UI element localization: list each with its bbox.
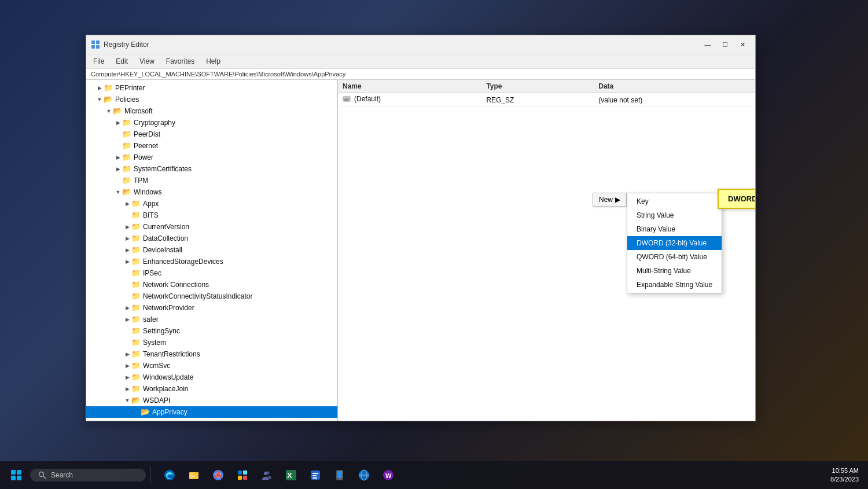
- expand-icon: ▶: [114, 166, 122, 172]
- tree-item-windows[interactable]: ▼ 📂 Windows: [86, 186, 337, 198]
- tree-item-settingsync[interactable]: 📁 SettingSync: [86, 325, 337, 337]
- folder-icon: 📁: [122, 164, 131, 174]
- taskbar-icon-excel[interactable]: X: [279, 464, 303, 487]
- taskbar-icon-todo[interactable]: [304, 464, 327, 487]
- tree-label: safer: [143, 315, 159, 323]
- tree-label: NetworkProvider: [143, 304, 194, 312]
- start-button[interactable]: [5, 464, 28, 487]
- tree-item-system[interactable]: 📁 System: [86, 337, 337, 348]
- taskbar-icon-phone[interactable]: [328, 464, 351, 487]
- folder-icon: 📁: [131, 257, 141, 266]
- tree-item-ipsec[interactable]: 📁 IPSec: [86, 267, 337, 279]
- tree-item-watp[interactable]: ▶ 📁 Windows Advanced Threat Protection: [86, 418, 337, 421]
- svg-rect-21: [243, 470, 247, 475]
- taskbar-icon-teams[interactable]: [255, 464, 278, 487]
- address-bar: Computer\HKEY_LOCAL_MACHINE\SOFTWARE\Pol…: [86, 69, 755, 80]
- context-menu-overlay: New ▶ Key String Value Binary Value DWOR…: [593, 193, 627, 207]
- tree-label: WorkplaceJoin: [143, 385, 188, 393]
- menu-help[interactable]: Help: [201, 56, 225, 67]
- folder-icon: 📁: [131, 315, 141, 324]
- folder-icon: 📁: [122, 141, 131, 150]
- tree-item-systemcerts[interactable]: ▶ 📁 SystemCertificates: [86, 163, 337, 175]
- submenu-string[interactable]: String Value: [627, 208, 722, 222]
- tree-item-peernet[interactable]: 📁 Peernet: [86, 140, 337, 152]
- svg-rect-33: [337, 471, 342, 478]
- clock-date: 8/23/2023: [830, 475, 859, 484]
- svg-rect-29: [312, 473, 318, 474]
- row-data: (value not set): [594, 93, 755, 107]
- tree-item-wcmsvc[interactable]: ▶ 📁 WcmSvc: [86, 360, 337, 372]
- taskbar-icon-browser2[interactable]: [352, 464, 376, 487]
- tree-item-tenantrestrictions[interactable]: ▶ 📁 TenantRestrictions: [86, 348, 337, 360]
- tree-item-microsoft[interactable]: ▼ 📂 Microsoft: [86, 105, 337, 117]
- taskbar-search[interactable]: Search: [30, 469, 146, 481]
- tree-item-power[interactable]: ▶ 📁 Power: [86, 152, 337, 163]
- svg-point-25: [267, 472, 270, 475]
- col-name: Name: [338, 80, 481, 93]
- folder-icon: 📁: [131, 199, 141, 208]
- folder-icon: 📁: [131, 245, 141, 255]
- tree-item-safer[interactable]: ▶ 📁 safer: [86, 314, 337, 325]
- expand-icon: ▶: [123, 305, 131, 311]
- tree-pane[interactable]: ▶ 📁 PEPrinter ▼ 📂 Policies ▼ 📂 Microsoft…: [86, 80, 338, 421]
- maximize-button[interactable]: ☐: [717, 39, 733, 50]
- tree-item-datacollection[interactable]: ▶ 📁 DataCollection: [86, 233, 337, 244]
- svg-rect-1: [96, 41, 100, 44]
- tree-label: TenantRestrictions: [143, 350, 200, 358]
- menu-favorites[interactable]: Favorites: [161, 56, 199, 67]
- submenu-dword[interactable]: DWORD (32-bit) Value: [627, 236, 722, 250]
- new-menu-trigger[interactable]: New ▶ Key String Value Binary Value DWOR…: [593, 193, 627, 207]
- search-placeholder: Search: [51, 471, 73, 479]
- tree-item-currentversion[interactable]: ▶ 📁 CurrentVersion: [86, 221, 337, 233]
- taskbar-clock[interactable]: 10:55 AM 8/23/2023: [830, 466, 859, 484]
- tree-item-enhancedstorage[interactable]: ▶ 📁 EnhancedStorageDevices: [86, 256, 337, 267]
- tree-item-peerdist[interactable]: 📁 PeerDist: [86, 128, 337, 140]
- menu-view[interactable]: View: [135, 56, 159, 67]
- tree-item-policies[interactable]: ▼ 📂 Policies: [86, 94, 337, 105]
- taskbar-icon-apps[interactable]: [231, 464, 254, 487]
- tree-item-cryptography[interactable]: ▶ 📁 Cryptography: [86, 117, 337, 128]
- submenu-qword[interactable]: QWORD (64-bit) Value: [627, 250, 722, 264]
- tree-item-appx[interactable]: ▶ 📁 Appx: [86, 198, 337, 209]
- tree-item-peprinter[interactable]: ▶ 📁 PEPrinter: [86, 82, 337, 94]
- taskbar-icon-chrome[interactable]: [207, 464, 230, 487]
- svg-line-12: [43, 476, 46, 479]
- tree-item-appprivacy[interactable]: 📂 AppPrivacy: [86, 406, 337, 418]
- submenu-binary[interactable]: Binary Value: [627, 222, 722, 236]
- submenu-expandablestring[interactable]: Expandable String Value: [627, 278, 722, 292]
- tree-item-windowsupdate[interactable]: ▶ 📁 WindowsUpdate: [86, 372, 337, 383]
- minimize-button[interactable]: —: [700, 39, 716, 50]
- svg-text:X: X: [287, 471, 292, 480]
- svg-rect-10: [17, 476, 21, 480]
- submenu-key[interactable]: Key: [627, 194, 722, 208]
- taskbar-icon-app[interactable]: W: [377, 464, 400, 487]
- tree-item-bits[interactable]: 📁 BITS: [86, 209, 337, 221]
- svg-rect-7: [11, 470, 16, 475]
- tree-label: SystemCertificates: [134, 165, 192, 173]
- tree-item-ncsi[interactable]: 📁 NetworkConnectivityStatusIndicator: [86, 291, 337, 302]
- expand-icon: ▶: [123, 351, 131, 357]
- tree-item-tpm[interactable]: 📁 TPM: [86, 175, 337, 186]
- table-row[interactable]: ab (Default) REG_SZ (value not set): [338, 93, 755, 107]
- taskbar-icon-edge[interactable]: [158, 464, 181, 487]
- folder-icon: 📁: [131, 303, 141, 312]
- taskbar-icon-explorer[interactable]: [182, 464, 205, 487]
- tree-item-wsdapi[interactable]: ▼ 📂 WSDAPI: [86, 395, 337, 406]
- expand-icon: ▶: [114, 155, 122, 160]
- expand-icon: ▶: [123, 386, 131, 392]
- tree-item-workplacejoin[interactable]: ▶ 📁 WorkplaceJoin: [86, 383, 337, 395]
- tree-label: Microsoft: [124, 107, 153, 115]
- submenu-multistring[interactable]: Multi-String Value: [627, 264, 722, 278]
- svg-point-11: [39, 472, 44, 477]
- expand-icon: ▼: [95, 97, 104, 102]
- folder-icon: 📁: [131, 292, 141, 301]
- tree-item-deviceinstall[interactable]: ▶ 📁 DeviceInstall: [86, 244, 337, 256]
- menu-file[interactable]: File: [89, 56, 109, 67]
- menu-edit[interactable]: Edit: [111, 56, 133, 67]
- tree-item-networkconnections[interactable]: 📁 Network Connections: [86, 279, 337, 291]
- close-button[interactable]: ✕: [734, 39, 751, 50]
- tree-label: AppPrivacy: [152, 408, 187, 416]
- expand-icon: ▶: [114, 120, 122, 126]
- tree-item-networkprovider[interactable]: ▶ 📁 NetworkProvider: [86, 302, 337, 314]
- tree-label: Windows Advanced Threat Protection: [134, 420, 249, 421]
